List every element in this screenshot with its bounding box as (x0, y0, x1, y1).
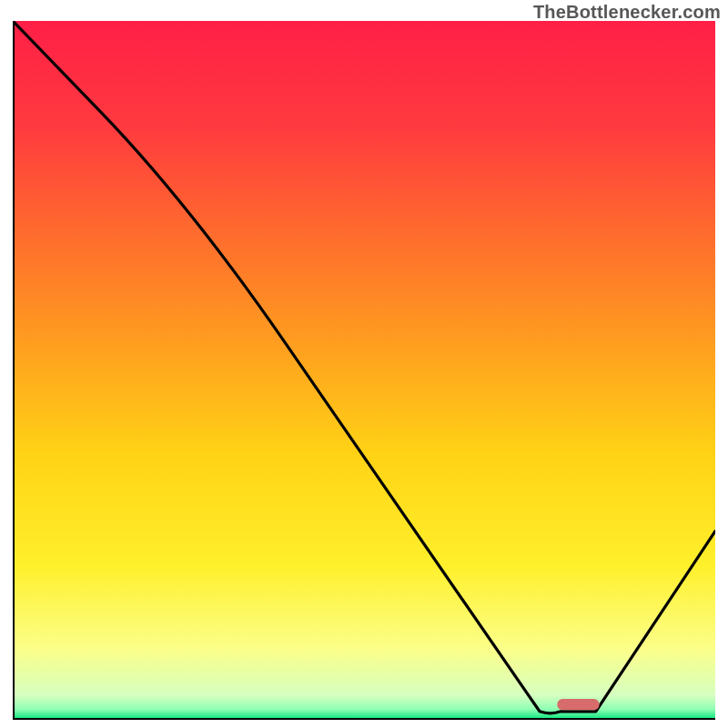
chart-container: { "attribution": "TheBottlenecker.com", … (0, 0, 728, 728)
optimal-marker (557, 699, 599, 710)
attribution-label: TheBottlenecker.com (533, 2, 721, 23)
chart-plot (13, 21, 715, 720)
chart-svg (13, 21, 715, 720)
gradient-background (13, 21, 715, 720)
